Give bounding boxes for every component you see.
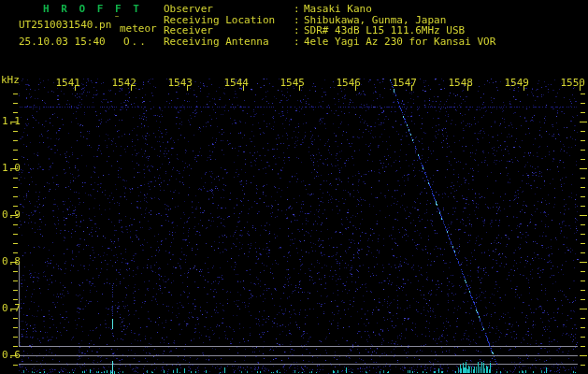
y-tick-label: 0.6 [2, 350, 24, 361]
y-tick-label: 0.8 [2, 256, 24, 267]
station-name: meteor [120, 23, 157, 35]
x-tick-label: 1550 [557, 78, 585, 89]
x-tick-label: 1544 [221, 78, 249, 89]
spectrogram-canvas [0, 0, 588, 374]
metadata-block: Observer:Masaki Kano Receiving Location:… [164, 4, 189, 71]
x-tick-label: 1547 [389, 78, 417, 89]
y-tick-label: 0.7 [2, 303, 24, 314]
meta-value: 4ele Yagi Az 230 for Kansai VOR [304, 36, 495, 48]
y-axis-unit-label: kHz [1, 75, 20, 86]
hrofft-spectrogram-window: H R O F F T UT2510031540.pn ¨ meteor 25.… [0, 0, 588, 374]
datetime-label: 25.10.03 15:40 [19, 36, 106, 48]
app-title: H R O F F T [43, 4, 142, 15]
meta-separator: : [294, 36, 304, 48]
x-tick-label: 1548 [445, 78, 473, 89]
file-name: UT2510031540.pn [19, 20, 111, 31]
x-tick-label: 1543 [165, 78, 193, 89]
meta-label: Receiving Antenna [164, 36, 294, 48]
y-tick-label: 0.9 [2, 209, 24, 221]
meta-row-antenna: Receiving Antenna:4ele Yagi Az 230 for K… [164, 36, 495, 48]
x-tick-label: 1545 [277, 78, 305, 89]
x-tick-label: 1549 [501, 78, 529, 89]
y-tick-label: 1.0 [2, 163, 24, 174]
status-indicator: O.. [123, 36, 148, 48]
x-tick-label: 1546 [333, 78, 361, 89]
y-tick-label: 1.1 [2, 116, 24, 127]
x-tick-label: 1542 [108, 78, 136, 89]
x-tick-label: 1541 [52, 78, 80, 89]
